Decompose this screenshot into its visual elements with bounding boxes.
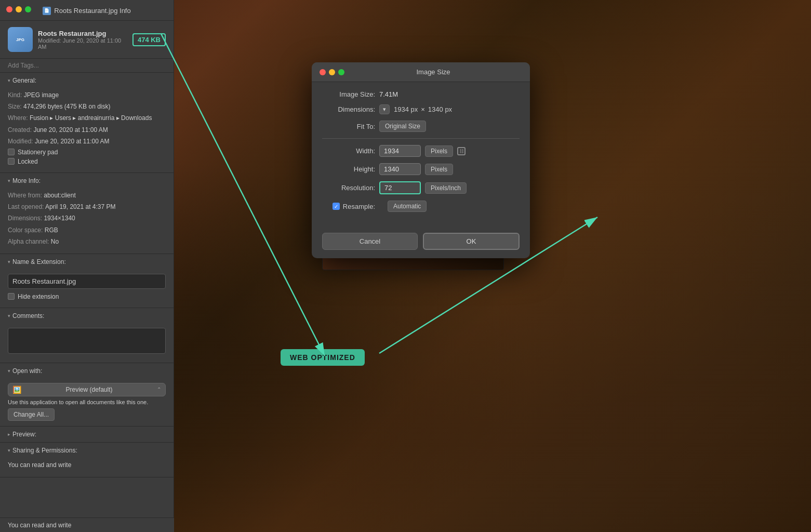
alpha-value: No bbox=[51, 238, 59, 245]
resolution-row: Resolution: Pixels/Inch bbox=[322, 181, 520, 194]
width-label: Width: bbox=[322, 147, 379, 155]
created-row: Created: June 20, 2020 at 11:00 AM bbox=[8, 125, 166, 135]
where-label: Where: bbox=[8, 114, 28, 122]
file-name: Roots Restaurant.jpg bbox=[38, 30, 127, 37]
preview-label: Preview: bbox=[12, 431, 36, 438]
comments-header[interactable]: ▾ Comments: bbox=[0, 308, 174, 324]
dimensions-info-label: Dimensions: bbox=[8, 215, 42, 222]
resolution-label: Resolution: bbox=[322, 184, 379, 192]
read-write-row: You can read and write bbox=[8, 460, 166, 470]
locked-label: Locked bbox=[18, 158, 38, 165]
dimensions-dropdown[interactable]: ▾ bbox=[379, 104, 390, 114]
more-info-chevron: ▾ bbox=[8, 178, 10, 183]
link-icon: ⛓ bbox=[457, 147, 466, 155]
width-unit: Pixels bbox=[431, 148, 447, 155]
open-with-dropdown[interactable]: 🖼️ Preview (default) ⌃ bbox=[8, 383, 166, 396]
resample-checkbox[interactable]: ✓ bbox=[333, 203, 340, 210]
dim-chevron: ▾ bbox=[383, 106, 386, 113]
image-size-label: Image Size: bbox=[322, 90, 379, 98]
change-all-button[interactable]: Change All... bbox=[8, 408, 55, 421]
locked-checkbox[interactable] bbox=[8, 158, 15, 165]
last-opened-label: Last opened: bbox=[8, 203, 44, 210]
dimensions-info-row: Dimensions: 1934×1340 bbox=[8, 214, 166, 223]
sharing-content: You can read and write bbox=[0, 458, 174, 477]
more-info-label: More Info: bbox=[12, 177, 41, 184]
minimize-button[interactable] bbox=[16, 6, 22, 12]
comments-chevron: ▾ bbox=[8, 313, 10, 318]
modified-row: Modified: June 20, 2020 at 11:00 AM bbox=[8, 137, 166, 147]
resample-row: ✓ Resample: Automatic bbox=[322, 201, 520, 212]
where-from-value: about:client bbox=[44, 192, 75, 199]
name-extension-content: Hide extension bbox=[0, 270, 174, 308]
dialog-title-bar: Image Size bbox=[312, 62, 530, 82]
comments-label: Comments: bbox=[12, 312, 44, 320]
add-tags-label: Add Tags... bbox=[8, 62, 39, 69]
resample-value: Automatic bbox=[393, 203, 421, 210]
resolution-unit-dropdown[interactable]: Pixels/Inch bbox=[425, 182, 467, 194]
size-row: Size: 474,296 bytes (475 KB on disk) bbox=[8, 102, 166, 112]
comments-textarea[interactable] bbox=[8, 328, 166, 354]
hide-extension-checkbox[interactable] bbox=[8, 293, 15, 300]
preview-header[interactable]: ▸ Preview: bbox=[0, 427, 174, 442]
last-opened-row: Last opened: April 19, 2021 at 4:37 PM bbox=[8, 202, 166, 212]
resolution-unit: Pixels/Inch bbox=[431, 184, 461, 192]
name-extension-header[interactable]: ▾ Name & Extension: bbox=[0, 254, 174, 270]
file-big-icon bbox=[8, 27, 33, 52]
resample-label-group: ✓ Resample: bbox=[322, 203, 375, 210]
dim-height-text: 1340 px bbox=[428, 105, 452, 113]
close-button[interactable] bbox=[6, 6, 12, 12]
window-title: Roots Restaurant.jpg Info bbox=[54, 7, 130, 15]
width-row: Width: Pixels ⛓ bbox=[322, 145, 520, 157]
height-label: Height: bbox=[322, 165, 379, 173]
where-value: Fusion ▸ Users ▸ andreainurria ▸ Downloa… bbox=[30, 114, 152, 122]
height-row: Height: Pixels bbox=[322, 163, 520, 175]
dialog-close[interactable] bbox=[320, 69, 326, 75]
open-with-content: 🖼️ Preview (default) ⌃ Use this applicat… bbox=[0, 379, 174, 426]
height-unit-dropdown[interactable]: Pixels bbox=[425, 164, 453, 175]
more-info-header[interactable]: ▾ More Info: bbox=[0, 173, 174, 189]
fit-to-row: Fit To: Original Size bbox=[322, 121, 520, 132]
modified-label: Modified: bbox=[8, 138, 33, 145]
dialog-body: Image Size: 7.41M Dimensions: ▾ 1934 px … bbox=[312, 82, 530, 227]
alpha-label: Alpha channel: bbox=[8, 238, 49, 245]
height-input[interactable] bbox=[379, 163, 421, 175]
resample-dropdown[interactable]: Automatic bbox=[388, 201, 427, 212]
title-bar: 📄 Roots Restaurant.jpg Info bbox=[0, 0, 174, 21]
resample-label-spacer: ✓ Resample: bbox=[322, 203, 379, 210]
fit-to-label: Fit To: bbox=[322, 123, 379, 130]
dialog-buttons: Cancel OK bbox=[312, 227, 530, 258]
ok-button[interactable]: OK bbox=[423, 233, 520, 250]
modified-value: June 20, 2020 at 11:00 AM bbox=[35, 138, 109, 145]
window-title-area: 📄 Roots Restaurant.jpg Info bbox=[43, 7, 130, 15]
status-bar: You can read and write bbox=[0, 517, 174, 532]
fit-to-value: Original Size bbox=[385, 123, 420, 130]
general-section-header[interactable]: ▾ General: bbox=[0, 73, 174, 88]
sharing-label: Sharing & Permissions: bbox=[12, 447, 77, 454]
web-optimized-badge: WEB OPTIMIZED bbox=[281, 349, 365, 366]
image-size-row: Image Size: 7.41M bbox=[322, 90, 520, 98]
resolution-field-group: Pixels/Inch bbox=[379, 181, 467, 194]
dialog-minimize[interactable] bbox=[329, 69, 335, 75]
dialog-maximize[interactable] bbox=[338, 69, 344, 75]
add-tags[interactable]: Add Tags... bbox=[0, 59, 174, 73]
kind-row: Kind: JPEG image bbox=[8, 90, 166, 100]
filename-input[interactable] bbox=[8, 274, 166, 289]
maximize-button[interactable] bbox=[25, 6, 31, 12]
size-label: Size: bbox=[8, 103, 22, 110]
created-value: June 20, 2020 at 11:00 AM bbox=[33, 126, 108, 134]
open-with-arrow: ⌃ bbox=[157, 387, 161, 392]
width-unit-dropdown[interactable]: Pixels bbox=[425, 145, 453, 157]
preview-chevron: ▸ bbox=[8, 432, 10, 437]
open-with-chevron: ▾ bbox=[8, 368, 10, 374]
info-panel: 📄 Roots Restaurant.jpg Info Roots Restau… bbox=[0, 0, 174, 532]
width-input[interactable] bbox=[379, 145, 421, 157]
resolution-input[interactable] bbox=[379, 181, 421, 194]
alpha-row: Alpha channel: No bbox=[8, 237, 166, 247]
general-section-label: General: bbox=[12, 77, 36, 84]
stationery-pad-checkbox[interactable] bbox=[8, 149, 15, 155]
open-with-header[interactable]: ▾ Open with: bbox=[0, 363, 174, 379]
cancel-button[interactable]: Cancel bbox=[322, 233, 418, 250]
fit-to-dropdown[interactable]: Original Size bbox=[379, 121, 426, 132]
sharing-header[interactable]: ▾ Sharing & Permissions: bbox=[0, 443, 174, 458]
stationery-pad-label: Stationery pad bbox=[18, 149, 58, 156]
